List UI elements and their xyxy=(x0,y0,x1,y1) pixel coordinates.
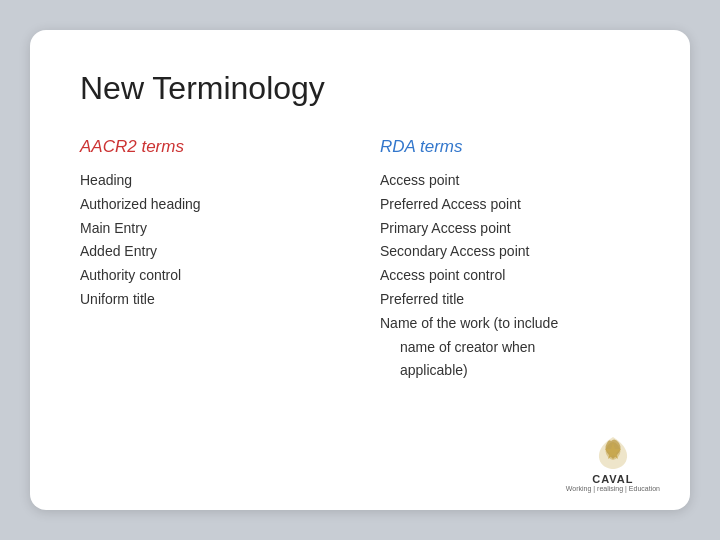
list-item: Heading xyxy=(80,169,340,193)
list-item: Authorized heading xyxy=(80,193,340,217)
logo-area: CAVAL Working | realising | Education xyxy=(566,435,660,492)
list-item: Preferred Access point xyxy=(380,193,640,217)
aacr2-header: AACR2 terms xyxy=(80,137,340,157)
list-item: name of creator when xyxy=(380,336,640,360)
list-item: Authority control xyxy=(80,264,340,288)
rda-term-list: Access pointPreferred Access pointPrimar… xyxy=(380,169,640,383)
aacr2-column: AACR2 terms HeadingAuthorized headingMai… xyxy=(80,137,340,383)
aacr2-term-list: HeadingAuthorized headingMain EntryAdded… xyxy=(80,169,340,312)
list-item: Main Entry xyxy=(80,217,340,241)
list-item: Added Entry xyxy=(80,240,340,264)
list-item: Access point control xyxy=(380,264,640,288)
slide-title: New Terminology xyxy=(80,70,640,107)
rda-column: RDA terms Access pointPreferred Access p… xyxy=(380,137,640,383)
slide: New Terminology AACR2 terms HeadingAutho… xyxy=(30,30,690,510)
columns: AACR2 terms HeadingAuthorized headingMai… xyxy=(80,137,640,383)
list-item: Primary Access point xyxy=(380,217,640,241)
list-item: Preferred title xyxy=(380,288,640,312)
list-item: Name of the work (to include xyxy=(380,312,640,336)
rda-header: RDA terms xyxy=(380,137,640,157)
logo-tagline: Working | realising | Education xyxy=(566,485,660,492)
caval-logo-icon xyxy=(593,435,633,471)
list-item: applicable) xyxy=(380,359,640,383)
list-item: Secondary Access point xyxy=(380,240,640,264)
logo-text: CAVAL xyxy=(592,473,633,485)
list-item: Uniform title xyxy=(80,288,340,312)
list-item: Access point xyxy=(380,169,640,193)
